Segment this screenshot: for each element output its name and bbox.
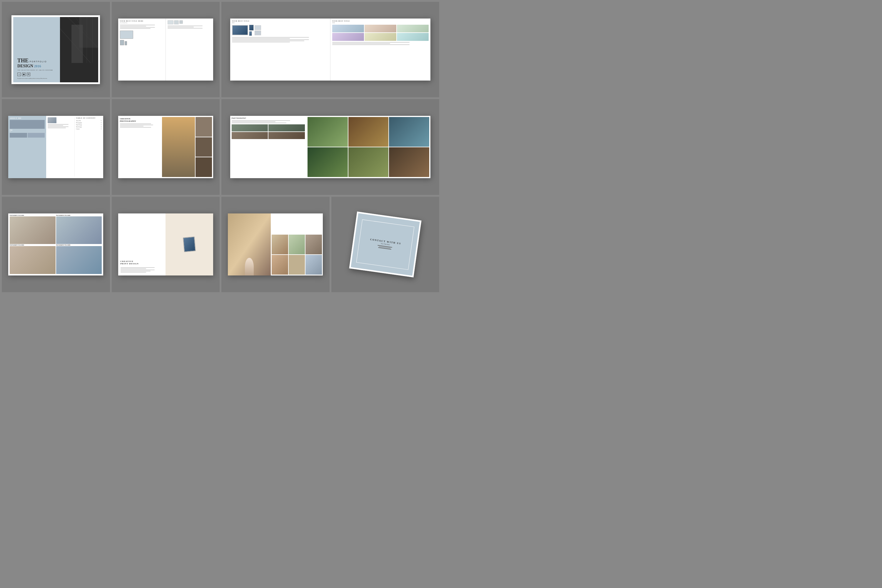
contact-inner: CONTACT WITH US Your Title Here — [356, 219, 414, 270]
pg4 — [332, 33, 364, 41]
cell-print-design: CREATIVE PRINT DESIGN — [112, 196, 220, 292]
gphoto-3 — [389, 117, 429, 147]
pg3 — [397, 25, 429, 33]
ptl3 — [120, 126, 144, 126]
wm2r-subtitle: HERE — [332, 22, 429, 24]
frame-2 — [255, 31, 261, 35]
tablet-device — [120, 40, 124, 45]
print-design-right — [165, 213, 213, 276]
pi-title-3: PHOTOGRAPHY TITLE HERE — [10, 244, 56, 246]
cell-contact-card: CONTACT WITH US Your Title Here — [332, 196, 440, 292]
cover-title-design: DESIGN — [17, 64, 33, 69]
main-grid: THE PORTFOLIO DESIGN 2016 THE SELECTED W… — [0, 0, 441, 294]
toc-heading: TABLE OF CONTENT — [76, 117, 102, 119]
wedding-right-page — [271, 213, 323, 276]
cover-architecture-svg — [60, 17, 98, 63]
print-mockups-booklet: PHOTOGRAPHY TITLE HERE PHOTOGRAPHY TITLE… — [8, 213, 103, 276]
photo-section-title: CREATIVE PHOTOGRAPHY — [120, 118, 159, 122]
print-item-3: PHOTOGRAPHY TITLE HERE — [10, 244, 56, 274]
text-line-3 — [120, 27, 155, 28]
mpg4 — [268, 132, 305, 139]
thumb-1 — [195, 117, 212, 136]
pdl5 — [120, 272, 146, 273]
wm2-devices — [232, 25, 328, 36]
tl3 — [168, 28, 202, 28]
cell-web-mockup-1: YOUR BEST TITLE HERE Your Subtitle Here — [112, 2, 220, 98]
creative-label-2: CREATIVE — [120, 260, 164, 262]
web-mockup-right — [165, 18, 213, 81]
photography-booklet: CREATIVE PHOTOGRAPHY — [118, 116, 213, 178]
contact-card: CONTACT WITH US Your Title Here — [349, 212, 421, 277]
print-design-left: CREATIVE PRINT DESIGN — [118, 213, 166, 276]
rl1 — [332, 42, 410, 43]
cell-print-mockups: PHOTOGRAPHY TITLE HERE PHOTOGRAPHY TITLE… — [2, 196, 110, 292]
print-grid: PHOTOGRAPHY TITLE HERE PHOTOGRAPHY TITLE… — [10, 215, 102, 274]
print-item-4: PHOTOGRAPHY TITLE HERE — [56, 244, 102, 274]
toc-item-2: Photography 02 — [76, 122, 102, 123]
wm2-title: YOUR BEST TITLE — [232, 20, 328, 22]
photo-main-img — [162, 117, 195, 177]
pdl2 — [120, 268, 146, 269]
about-small-photos — [10, 133, 45, 138]
l5 — [232, 42, 290, 42]
cover-right-page — [60, 17, 98, 82]
toc-item-3: Print Design 03 — [76, 124, 102, 126]
ptl1 — [120, 123, 152, 124]
photo-left: CREATIVE PHOTOGRAPHY — [118, 116, 161, 178]
photo-sm-2 — [28, 133, 45, 138]
cover-left-page: THE PORTFOLIO DESIGN 2016 THE SELECTED W… — [13, 17, 60, 82]
about-page-left: ABOUT ME FIND ME — [8, 116, 46, 178]
photo-right — [161, 116, 213, 178]
pi-img-3 — [10, 246, 56, 274]
wm2-frames — [255, 25, 261, 35]
cell-about: ABOUT ME FIND ME TABLE OF CON — [2, 99, 110, 195]
pdl3 — [120, 270, 155, 270]
wm2r-lines — [332, 42, 429, 45]
cover-subtitle: THE SELECTED WORK OF CALVIN SHEERAN — [17, 69, 57, 71]
wm1-text — [120, 25, 164, 29]
mpl1 — [232, 120, 290, 121]
toc-item-5: Contact 05 — [76, 128, 102, 130]
cover-tagline: Excepteur sint sceacat cupidtat posteum … — [17, 78, 52, 80]
wt-5 — [289, 255, 305, 274]
about-text-col — [48, 117, 75, 176]
wm2-photo-grid — [332, 25, 429, 41]
mp-text — [232, 120, 305, 123]
cover-booklet: THE PORTFOLIO DESIGN 2016 THE SELECTED W… — [12, 15, 100, 84]
multi-photo-booklet: PHOTOGRAPHY — [230, 116, 431, 178]
gphoto-1 — [308, 117, 348, 147]
wedding-text — [272, 214, 322, 234]
wm2-subtitle: HERE — [232, 22, 328, 24]
about-page-right: TABLE OF CONTENT About Me 01 Photography… — [46, 116, 103, 178]
cover-icons: ⌂ ◉ ✉ — [17, 73, 57, 76]
wm1-title: YOUR BEST TITLE HERE — [120, 20, 164, 22]
wm1r-text — [168, 26, 212, 28]
icon-camera: ◉ — [22, 73, 26, 76]
rl2 — [332, 43, 390, 44]
pg2 — [364, 25, 396, 33]
wm2-phone — [249, 31, 252, 36]
gphoto-5 — [348, 147, 388, 177]
wt-1 — [272, 235, 288, 254]
photo-thumbs — [195, 117, 212, 177]
toc-col: TABLE OF CONTENT About Me 01 Photography… — [76, 117, 102, 176]
text-line-1 — [120, 25, 155, 25]
cell-cover: THE PORTFOLIO DESIGN 2016 THE SELECTED W… — [2, 2, 110, 98]
svg-rect-5 — [72, 25, 83, 63]
wt-6 — [306, 255, 322, 274]
pi-title-2: PHOTOGRAPHY TITLE HERE — [56, 215, 102, 216]
cell-photography: CREATIVE PHOTOGRAPHY — [112, 99, 220, 195]
laptop-device — [120, 31, 133, 39]
screen-2 — [174, 20, 179, 24]
name-label: FIND — [10, 129, 45, 131]
phone-device — [124, 41, 127, 45]
pi-img-1 — [10, 216, 56, 244]
icon-home: ⌂ — [17, 73, 21, 76]
photography-label: PHOTOGRAPHY — [120, 120, 159, 122]
about-portrait — [48, 117, 57, 123]
wedding-left-page — [228, 213, 271, 276]
print-design-label: PRINT DESIGN — [120, 262, 164, 265]
wt-3 — [306, 235, 322, 254]
pdl4 — [120, 271, 150, 272]
mp-small-grid — [232, 124, 305, 139]
